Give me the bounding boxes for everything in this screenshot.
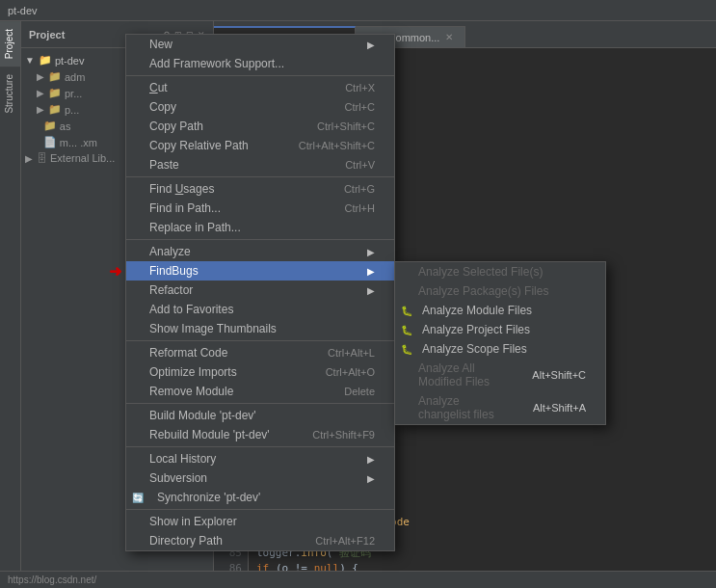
menu-item-label: Analyze Package(s) Files [418,284,548,298]
cursor-arrow-icon: ➜ [109,262,121,281]
menu-item-label: Copy Path [149,120,203,133]
menu-item-show-in-explorer[interactable]: Show in Explorer [126,512,394,531]
menu-separator-3 [126,239,394,240]
menu-item-add-framework[interactable]: Add Framework Support... [126,54,394,73]
sync-icon: 🔄 [132,493,144,503]
menu-item-build-module[interactable]: Build Module 'pt-dev' [126,406,394,425]
submenu-item-analyze-scope[interactable]: 🐛 Analyze Scope Files [395,339,605,359]
findbugs-submenu: Analyze Selected File(s) Analyze Package… [394,261,606,425]
submenu-item-analyze-changelist: Analyze changelist files Alt+Shift+A [395,391,605,424]
submenu-item-analyze-project[interactable]: 🐛 Analyze Project Files [395,320,605,339]
menu-item-label: FindBugs [149,264,199,278]
menu-item-label: Copy [149,100,176,114]
shortcut-label: Ctrl+Alt+Shift+C [299,140,375,151]
menu-item-label: Copy Relative Path [149,139,249,152]
submenu-item-analyze-packages: Analyze Package(s) Files [395,281,605,301]
menu-item-label: Remove Module [149,385,233,398]
menu-item-label: Find Usages [149,182,214,196]
menu-item-label: Local History [149,452,216,466]
menu-item-label: Reformat Code [149,346,227,360]
menu-item-findbugs[interactable]: ➜ FindBugs ▶ Analyze Selected File(s) An… [126,261,394,281]
menu-item-label: Add Framework Support... [149,57,284,70]
menu-item-label: Build Module 'pt-dev' [149,409,256,422]
submenu-item-analyze-module[interactable]: 🐛 Analyze Module Files [395,301,605,320]
menu-item-remove-module[interactable]: Remove Module Delete [126,382,394,401]
shortcut-label: Ctrl+G [344,183,375,195]
menu-item-label: Synchronize 'pt-dev' [149,491,260,504]
context-menu-overlay[interactable]: New ▶ Add Framework Support... Cut Ctrl+… [0,0,716,588]
submenu-arrow-icon: ▶ [367,266,375,277]
menu-item-label: Show Image Thumbnails [149,322,277,335]
menu-item-analyze[interactable]: Analyze ▶ [126,242,394,261]
menu-item-add-favorites[interactable]: Add to Favorites [126,300,394,319]
shortcut-label: Alt+Shift+C [532,369,586,381]
menu-separator-7 [126,509,394,510]
menu-item-label: Analyze Project Files [422,323,530,336]
menu-item-copy-relative-path[interactable]: Copy Relative Path Ctrl+Alt+Shift+C [126,136,394,155]
menu-item-label: Refactor [149,283,193,297]
menu-item-optimize-imports[interactable]: Optimize Imports Ctrl+Alt+O [126,362,394,382]
findbugs-module-icon: 🐛 [401,306,412,316]
menu-item-paste[interactable]: Paste Ctrl+V [126,155,394,174]
findbugs-scope-icon: 🐛 [401,344,412,355]
menu-separator-4 [126,340,394,341]
menu-item-new[interactable]: New ▶ [126,35,394,54]
menu-item-label: Analyze Scope Files [422,342,527,356]
submenu-arrow-icon: ▶ [367,454,375,465]
menu-item-show-image-thumbnails[interactable]: Show Image Thumbnails [126,319,394,338]
menu-item-label: Find in Path... [149,201,221,215]
findbugs-project-icon: 🐛 [401,325,412,335]
menu-separator-2 [126,176,394,177]
menu-separator-5 [126,403,394,404]
shortcut-label: Ctrl+Alt+L [328,347,375,359]
menu-item-find-in-path[interactable]: Find in Path... Ctrl+H [126,199,394,218]
submenu-arrow-icon: ▶ [367,40,375,50]
menu-item-cut[interactable]: Cut Ctrl+X [126,78,394,97]
menu-item-label: Analyze Module Files [422,304,532,317]
shortcut-label: Delete [344,386,375,397]
menu-item-local-history[interactable]: Local History ▶ [126,449,394,468]
menu-item-copy-path[interactable]: Copy Path Ctrl+Shift+C [126,117,394,136]
menu-item-synchronize[interactable]: 🔄 Synchronize 'pt-dev' [126,488,394,507]
menu-item-label: Add to Favorites [149,303,233,316]
menu-item-label: Paste [149,158,179,172]
submenu-arrow-icon: ▶ [367,473,375,484]
menu-item-label: Replace in Path... [149,221,241,234]
menu-item-label: Show in Explorer [149,515,237,528]
menu-item-label: Analyze Selected File(s) [418,265,543,279]
shortcut-label: Alt+Shift+A [533,402,586,414]
menu-item-label: Rebuild Module 'pt-dev' [149,428,270,441]
shortcut-label: Ctrl+Shift+F9 [312,429,375,441]
submenu-arrow-icon: ▶ [367,247,375,257]
submenu-item-analyze-selected: Analyze Selected File(s) [395,262,605,281]
menu-item-label: Directory Path [149,534,223,548]
shortcut-label: Ctrl+Shift+C [317,120,375,132]
menu-separator-1 [126,75,394,76]
menu-item-refactor[interactable]: Refactor ▶ [126,281,394,300]
submenu-item-analyze-all-modified: Analyze All Modified Files Alt+Shift+C [395,359,605,391]
menu-item-label: Analyze [149,245,191,258]
menu-item-subversion[interactable]: Subversion ▶ [126,468,394,488]
menu-item-rebuild-module[interactable]: Rebuild Module 'pt-dev' Ctrl+Shift+F9 [126,425,394,444]
menu-item-label: Analyze All Modified Files [418,361,513,388]
shortcut-label: Ctrl+V [345,159,375,171]
menu-item-label: Subversion [149,471,207,485]
shortcut-label: Ctrl+Alt+O [326,366,375,378]
shortcut-label: Ctrl+C [345,101,375,113]
menu-item-label: Analyze changelist files [418,394,514,421]
submenu-arrow-icon: ▶ [367,285,375,296]
menu-item-replace-in-path[interactable]: Replace in Path... [126,218,394,237]
shortcut-label: Ctrl+X [345,82,375,94]
context-menu: New ▶ Add Framework Support... Cut Ctrl+… [125,34,395,551]
menu-item-label: Cut [149,81,168,94]
menu-item-reformat-code[interactable]: Reformat Code Ctrl+Alt+L [126,343,394,362]
menu-item-directory-path[interactable]: Directory Path Ctrl+Alt+F12 [126,531,394,550]
menu-item-label: Optimize Imports [149,365,237,379]
menu-item-label: New [149,38,172,51]
menu-item-copy[interactable]: Copy Ctrl+C [126,97,394,117]
menu-separator-6 [126,446,394,447]
menu-item-find-usages[interactable]: Find Usages Ctrl+G [126,179,394,199]
shortcut-label: Ctrl+H [345,202,375,214]
shortcut-label: Ctrl+Alt+F12 [315,535,375,547]
